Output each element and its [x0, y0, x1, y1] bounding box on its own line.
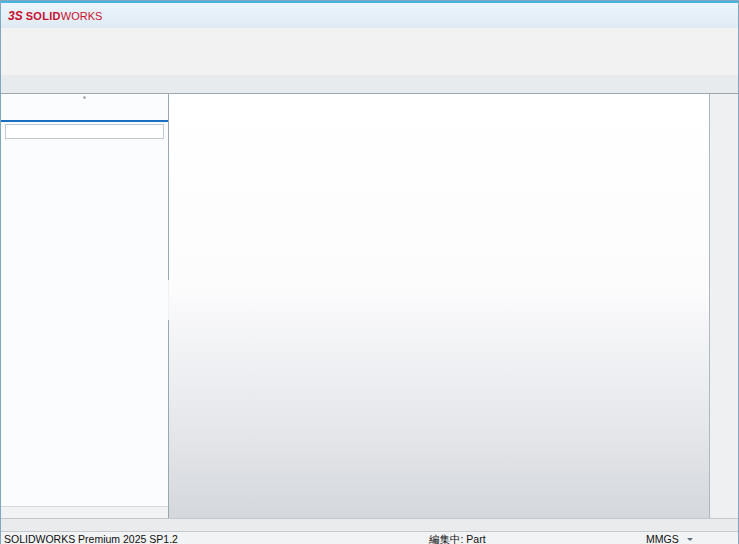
pin-menu-icon[interactable]: [120, 8, 136, 24]
unit-system-selector[interactable]: MMGS: [646, 533, 693, 544]
status-version-text: SOLIDWORKS Premium 2025 SP1.2: [4, 533, 178, 544]
command-manager-ribbon: [1, 28, 738, 75]
status-editing-text: 編集中: Part: [429, 533, 486, 544]
dassault-3s-logo: 3S: [8, 9, 23, 23]
reference-triad: [177, 444, 241, 504]
logo-works-text: WORKS: [61, 10, 103, 22]
unit-system-value: MMGS: [646, 533, 679, 544]
panel-tab-strip: [1, 101, 168, 122]
task-pane: [709, 94, 738, 518]
panel-collapse-handle[interactable]: [1, 94, 168, 101]
document-window-controls: [694, 89, 738, 93]
model-torus[interactable]: [169, 94, 711, 518]
title-bar: 3S SOLIDWORKS: [1, 1, 738, 28]
feature-filter-input[interactable]: [5, 124, 164, 139]
model-tabs-bar: [1, 518, 738, 531]
solidworks-window: 3S SOLIDWORKS SOLIDWORKS Premium 2025 SP…: [0, 0, 739, 544]
logo-solid-text: SOLID: [26, 10, 61, 22]
feature-manager-panel: [1, 94, 169, 518]
units-dropdown-icon: [687, 538, 693, 541]
command-manager-tab-bar: [1, 75, 738, 94]
graphics-area[interactable]: [169, 94, 711, 518]
status-bar: SOLIDWORKS Premium 2025 SP1.2 編集中: Part …: [1, 531, 738, 544]
feature-filter-row: [1, 122, 168, 140]
feature-tree: [1, 140, 168, 142]
panel-horizontal-scrollbar[interactable]: [1, 506, 168, 518]
solidworks-logo: 3S SOLIDWORKS: [8, 9, 102, 23]
